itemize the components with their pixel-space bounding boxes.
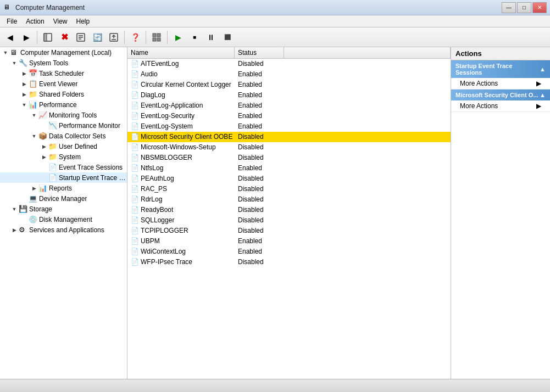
list-row[interactable]: 📄ReadyBootDisabled	[127, 205, 451, 215]
play-button[interactable]: ▶	[170, 30, 186, 45]
tree-event-viewer[interactable]: ▶ 📋 Event Viewer	[0, 79, 127, 89]
expand-root[interactable]: ▼	[1, 48, 10, 57]
menu-file[interactable]: File	[2, 16, 21, 26]
list-row[interactable]: 📄RdrLogDisabled	[127, 194, 451, 205]
tree-services-applications[interactable]: ▶ ⚙ Services and Applications	[0, 225, 127, 235]
tree-reports-label: Reports	[49, 184, 72, 192]
list-row[interactable]: 📄SQLLoggerDisabled	[127, 215, 451, 226]
tree-startup-event-trace[interactable]: 📄 Startup Event Trace Ses...	[0, 172, 127, 183]
help-button[interactable]: ❓	[127, 30, 143, 45]
expand-services-apps[interactable]: ▶	[10, 226, 19, 234]
expand-monitoring-tools[interactable]: ▼	[30, 111, 38, 120]
list-row[interactable]: 📄TCPIPLOGGERDisabled	[127, 226, 451, 236]
list-row[interactable]: 📄Microsoft-Windows-SetupDisabled	[127, 142, 451, 153]
row-name-cell: 📄NtfsLog	[127, 164, 235, 172]
menu-action[interactable]: Action	[21, 16, 48, 26]
list-row[interactable]: 📄WFP-IPsec TraceDisabled	[127, 257, 451, 267]
action-more-actions-msc[interactable]: More Actions ▶	[451, 100, 550, 112]
expand-reports[interactable]: ▶	[30, 184, 38, 193]
expand-storage[interactable]: ▼	[10, 205, 19, 214]
view-button[interactable]	[149, 30, 164, 45]
expand-event-viewer[interactable]: ▶	[20, 80, 29, 88]
list-row[interactable]: 📄UBPMEnabled	[127, 236, 451, 247]
svg-rect-9	[153, 33, 156, 37]
tree-event-trace-sessions[interactable]: 📄 Event Trace Sessions	[0, 162, 127, 172]
tree-reports[interactable]: ▶ 📊 Reports	[0, 183, 127, 193]
more-actions-label-1: More Actions	[460, 80, 498, 87]
svg-rect-12	[157, 38, 160, 41]
column-header-name[interactable]: Name	[127, 47, 235, 58]
tree-device-manager[interactable]: 💻 Device Manager	[0, 193, 127, 204]
maximize-button[interactable]: □	[517, 2, 531, 13]
forward-button[interactable]: ▶	[19, 30, 34, 45]
list-row[interactable]: 📄EventLog-ApplicationEnabled	[127, 100, 451, 111]
row-status-cell: Disabled	[235, 205, 284, 214]
expand-system-tools[interactable]: ▼	[10, 59, 19, 68]
record-button[interactable]: ⬛	[220, 30, 235, 45]
expand-shared-folders[interactable]: ▶	[20, 90, 29, 99]
tree-task-scheduler[interactable]: ▶ 📅 Task Scheduler	[0, 68, 127, 79]
action-section-startup[interactable]: Startup Event Trace Sessions ▲	[451, 60, 550, 78]
expand-performance[interactable]: ▼	[20, 100, 29, 109]
export-button[interactable]	[106, 30, 121, 45]
action-section-msc[interactable]: Microsoft Security Client O... ▲	[451, 89, 550, 100]
menu-help[interactable]: Help	[72, 16, 95, 26]
list-row[interactable]: 📄PEAuthLogDisabled	[127, 173, 451, 184]
tree-data-collector-sets[interactable]: ▼ 📦 Data Collector Sets	[0, 131, 127, 141]
tree-disk-management[interactable]: 💿 Disk Management	[0, 214, 127, 225]
list-row[interactable]: 📄EventLog-SystemEnabled	[127, 121, 451, 132]
action-more-actions-startup[interactable]: More Actions ▶	[451, 78, 550, 89]
delete-button[interactable]: ✖	[57, 30, 72, 45]
show-hide-button[interactable]	[40, 30, 55, 45]
menu-view[interactable]: View	[49, 16, 72, 26]
list-row[interactable]: 📄Microsoft Security Client OOBEDisabled	[127, 132, 451, 142]
list-row[interactable]: 📄AITEventLogDisabled	[127, 59, 451, 69]
list-row[interactable]: 📄Circular Kernel Context LoggerEnabled	[127, 80, 451, 90]
tree-system[interactable]: ▶ 📁 System	[0, 152, 127, 162]
perf-monitor-icon: 📉	[48, 121, 57, 130]
shared-icon: 📁	[29, 90, 37, 99]
tree-system-tools[interactable]: ▼ 🔧 System Tools	[0, 58, 127, 68]
startup-trace-icon: 📄	[48, 173, 57, 182]
row-status-cell: Disabled	[235, 132, 284, 141]
pause-button[interactable]: ⏸	[203, 30, 219, 45]
refresh-button[interactable]: 🔄	[90, 30, 105, 45]
tree-root[interactable]: ▼ 🖥 Computer Management (Local)	[0, 47, 127, 58]
expand-data-collector[interactable]: ▼	[30, 132, 38, 141]
toolbar-separator-3	[146, 31, 146, 44]
back-button[interactable]: ◀	[2, 30, 18, 45]
stop-button[interactable]: ■	[187, 30, 202, 45]
row-status-cell: Enabled	[235, 80, 284, 89]
tree-user-defined[interactable]: ▶ 📁 User Defined	[0, 141, 127, 152]
tree-monitoring-tools[interactable]: ▼ 📈 Monitoring Tools	[0, 110, 127, 120]
scheduler-icon: 📅	[29, 69, 37, 78]
expand-task-scheduler[interactable]: ▶	[20, 69, 29, 78]
list-row[interactable]: 📄DiagLogEnabled	[127, 90, 451, 100]
tree-monitoring-tools-label: Monitoring Tools	[49, 111, 97, 119]
tree-storage[interactable]: ▼ 💾 Storage	[0, 204, 127, 214]
row-icon: 📄	[131, 258, 139, 266]
collapse-startup-icon: ▲	[540, 66, 546, 72]
column-header-status[interactable]: Status	[235, 47, 284, 58]
expand-user-defined[interactable]: ▶	[40, 142, 48, 151]
row-name-cell: 📄EventLog-Application	[127, 101, 235, 110]
row-status-cell: Disabled	[235, 143, 284, 152]
properties-button[interactable]	[73, 30, 88, 45]
row-name-cell: 📄RAC_PS	[127, 184, 235, 193]
tree-performance[interactable]: ▼ 📊 Performance	[0, 99, 127, 110]
list-row[interactable]: 📄RAC_PSDisabled	[127, 184, 451, 194]
tools-icon: 🔧	[19, 59, 27, 68]
expand-system[interactable]: ▶	[40, 153, 48, 161]
list-row[interactable]: 📄WdiContextLogEnabled	[127, 247, 451, 257]
tree-root-label: Computer Management (Local)	[20, 49, 112, 57]
tree-user-defined-label: User Defined	[59, 143, 97, 150]
list-row[interactable]: 📄EventLog-SecurityEnabled	[127, 111, 451, 121]
list-row[interactable]: 📄AudioEnabled	[127, 69, 451, 80]
row-icon: 📄	[131, 175, 139, 182]
close-button[interactable]: ✕	[532, 2, 547, 13]
list-row[interactable]: 📄NtfsLogEnabled	[127, 163, 451, 173]
list-row[interactable]: 📄NBSMBLOGGERDisabled	[127, 153, 451, 163]
minimize-button[interactable]: —	[502, 2, 516, 13]
tree-shared-folders[interactable]: ▶ 📁 Shared Folders	[0, 89, 127, 99]
tree-performance-monitor[interactable]: 📉 Performance Monitor	[0, 120, 127, 131]
